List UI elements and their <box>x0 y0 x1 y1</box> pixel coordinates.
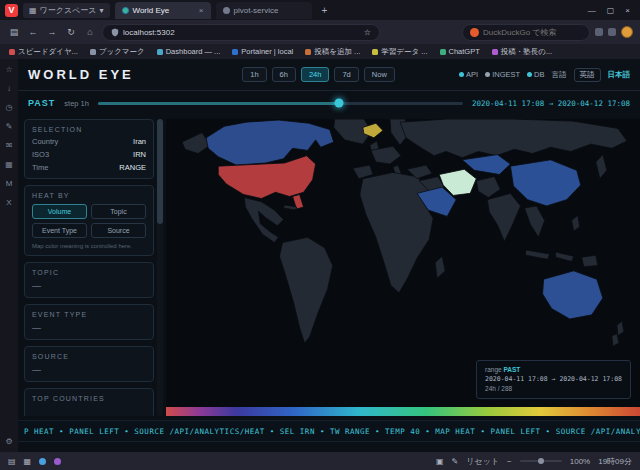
region-philippines[interactable] <box>572 215 580 231</box>
region-indonesia-west[interactable] <box>526 250 550 259</box>
mail-panel-icon[interactable]: ✉ <box>6 141 13 150</box>
heat-by-event-type-button[interactable]: Event Type <box>32 223 87 238</box>
bookmark-star-icon[interactable]: ☆ <box>364 28 371 37</box>
tab-pivot-service[interactable]: pivot-service <box>216 2 312 19</box>
web-panel-x-icon[interactable]: X <box>6 198 11 207</box>
scrollbar-thumb[interactable] <box>157 119 163 224</box>
region-africa[interactable] <box>360 172 433 292</box>
overlay-window: 24h / 288 <box>485 384 622 394</box>
heat-by-topic-button[interactable]: Topic <box>91 204 146 219</box>
settings-gear-icon[interactable]: ⚙ <box>5 437 12 446</box>
world-map[interactable]: range PAST 2020-04-11 17:08 → 2020-04-12… <box>166 119 640 407</box>
region-alaska[interactable] <box>182 133 210 154</box>
heat-by-volume-button[interactable]: Volume <box>32 204 87 219</box>
notes-panel-icon[interactable]: ✎ <box>6 122 13 131</box>
vivaldi-menu-button[interactable]: V <box>5 4 18 17</box>
zoom-level[interactable]: 100% <box>570 457 590 466</box>
timeline-slider-knob[interactable] <box>334 99 343 108</box>
zoom-slider[interactable] <box>520 460 562 462</box>
bookmark-speed-dial[interactable]: スピードダイヤ... <box>9 47 78 57</box>
panel-toggle-icon[interactable]: ▤ <box>8 457 16 466</box>
extension-icon[interactable] <box>595 28 603 36</box>
country-kazakhstan[interactable] <box>462 155 510 175</box>
maximize-button[interactable]: ▢ <box>607 6 615 15</box>
region-india[interactable] <box>487 193 520 241</box>
bookmark-favicon <box>440 49 446 55</box>
image-toggle-icon[interactable]: ▣ <box>436 457 444 466</box>
bookmark-add-post[interactable]: 投稿を追加 ... <box>305 47 360 57</box>
history-panel-icon[interactable]: ◷ <box>6 103 13 112</box>
region-iberia[interactable] <box>353 165 373 179</box>
reload-button[interactable]: ↻ <box>64 27 78 37</box>
bookmark-favicon <box>9 49 15 55</box>
home-button[interactable]: ⌂ <box>83 27 97 37</box>
region-indonesia-east[interactable] <box>556 252 574 261</box>
profile-avatar[interactable] <box>621 26 633 38</box>
region-afghanistan-pakistan[interactable] <box>476 177 500 198</box>
address-bar: ▤ ← → ↻ ⌂ localhost:5302 ☆ <box>0 20 640 44</box>
region-mexico[interactable] <box>244 198 283 243</box>
new-tab-button[interactable]: + <box>317 5 333 16</box>
extension-icon[interactable] <box>608 28 616 36</box>
region-new-zealand-north[interactable] <box>617 321 624 336</box>
calendar-panel-icon[interactable]: ▦ <box>5 160 13 169</box>
downloads-panel-icon[interactable]: ↓ <box>7 84 11 93</box>
bookmarks-bar: スピードダイヤ... ブックマーク Dashboard — ... Portai… <box>0 44 640 59</box>
api-status-dot <box>459 72 464 77</box>
country-australia[interactable] <box>543 271 603 319</box>
search-input[interactable] <box>483 28 582 37</box>
status-indicator-blue[interactable] <box>39 458 46 465</box>
region-russia[interactable] <box>400 119 627 158</box>
country-china[interactable] <box>510 160 580 206</box>
zoom-reset-button[interactable]: リセット <box>466 456 499 467</box>
region-south-america[interactable] <box>279 237 332 343</box>
region-madagascar[interactable] <box>435 256 445 278</box>
region-southeast-asia[interactable] <box>525 206 545 237</box>
workspace-icon: ▦ <box>29 6 37 15</box>
zoom-minus-icon[interactable]: − <box>507 457 512 466</box>
region-new-guinea[interactable] <box>582 255 598 267</box>
shield-icon <box>111 28 119 37</box>
header-status-group: API INGEST DB 言語 英語 日本語 <box>459 68 630 82</box>
range-button-6h[interactable]: 6h <box>272 67 296 82</box>
language-japanese-button[interactable]: 日本語 <box>608 70 631 80</box>
workspace-switcher[interactable]: ▦ ワークスペース ▾ <box>23 3 110 18</box>
api-status: API <box>459 70 478 79</box>
status-indicator-purple[interactable] <box>54 458 61 465</box>
sidebar-scrollbar[interactable] <box>157 119 163 416</box>
row-label: Country <box>32 137 58 146</box>
tab-world-eye[interactable]: World Eye × <box>115 2 211 19</box>
heat-by-source-button[interactable]: Source <box>91 223 146 238</box>
zoom-slider-thumb[interactable] <box>538 458 544 464</box>
bookmarks-panel-icon[interactable]: ☆ <box>5 65 12 74</box>
bookmark-folder[interactable]: ブックマーク <box>90 47 145 57</box>
range-button-1h[interactable]: 1h <box>242 67 266 82</box>
country-canada[interactable] <box>206 120 334 165</box>
tiles-icon[interactable]: ▦ <box>24 457 32 466</box>
panel-toggle-icon[interactable]: ▤ <box>7 27 21 37</box>
language-english-button[interactable]: 英語 <box>574 68 601 82</box>
bookmark-learning-data[interactable]: 学習データ ... <box>372 47 427 57</box>
timeline-slider[interactable] <box>98 102 463 105</box>
back-button[interactable]: ← <box>26 27 40 37</box>
bookmark-portainer[interactable]: Portainer | local <box>232 47 293 56</box>
range-button-7d[interactable]: 7d <box>334 67 358 82</box>
bookmark-posts[interactable]: 投稿・塾長の... <box>492 47 552 57</box>
url-field[interactable]: localhost:5302 ☆ <box>102 24 380 41</box>
web-panel-m-icon[interactable]: M <box>6 179 13 188</box>
minimize-button[interactable]: — <box>588 6 596 15</box>
row-label: ISO3 <box>32 150 49 159</box>
browser-window: V ▦ ワークスペース ▾ World Eye × pivot-service … <box>0 0 640 470</box>
page-actions-icon[interactable]: ✎ <box>452 457 459 466</box>
region-japan[interactable] <box>596 155 607 179</box>
range-button-24h[interactable]: 24h <box>301 67 330 82</box>
forward-button[interactable]: → <box>45 27 59 37</box>
region-cuba[interactable] <box>283 205 296 210</box>
range-button-now[interactable]: Now <box>364 67 395 82</box>
close-button[interactable]: × <box>625 6 630 15</box>
bookmark-dashboard[interactable]: Dashboard — ... <box>157 47 221 56</box>
bookmark-chatgpt[interactable]: ChatGPT <box>440 47 480 56</box>
language-label: 言語 <box>552 70 567 80</box>
tab-close-icon[interactable]: × <box>199 6 204 15</box>
search-field[interactable] <box>462 24 590 41</box>
